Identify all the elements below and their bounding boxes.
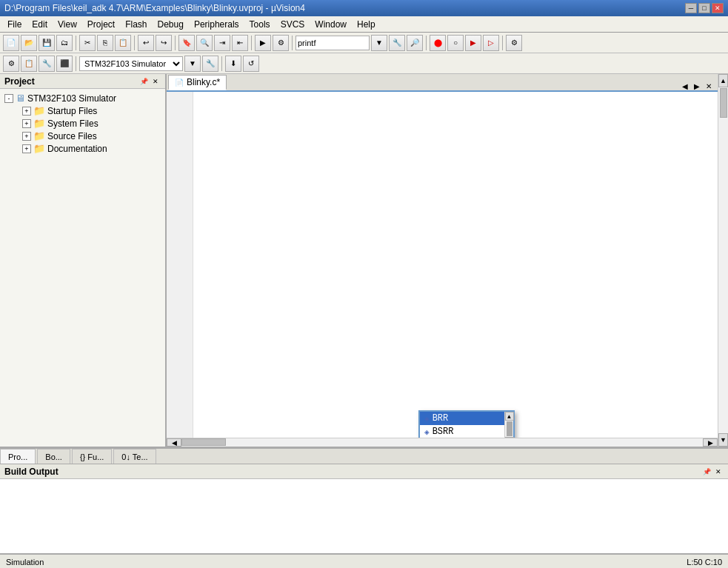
tree-startup-expand[interactable]: + <box>22 107 31 116</box>
tb2-btn1[interactable]: ⚙ <box>3 56 19 72</box>
tree-docs-expand[interactable]: + <box>22 144 31 153</box>
close-button[interactable]: ✕ <box>712 3 724 13</box>
menu-help[interactable]: Help <box>353 18 380 31</box>
menu-svcs[interactable]: SVCS <box>276 18 310 31</box>
menu-flash[interactable]: Flash <box>121 18 151 31</box>
btab-templates[interactable]: 0↓ Te... <box>113 449 156 464</box>
tb2-btn3[interactable]: 🔧 <box>39 56 55 72</box>
hscroll-thumb[interactable] <box>181 438 226 446</box>
redo-button[interactable]: ↪ <box>156 35 172 51</box>
new-file-button[interactable]: 📄 <box>3 35 19 51</box>
tree-source-expand[interactable]: + <box>22 132 31 141</box>
ac-scroll-thumb[interactable] <box>507 421 512 436</box>
download-button[interactable]: ⬇ <box>225 56 241 72</box>
tree-root[interactable]: - 🖥 STM32F103 Simulator <box>3 92 162 104</box>
printf-combo[interactable] <box>295 36 370 50</box>
minimize-button[interactable]: ─ <box>685 3 697 13</box>
hscroll-left[interactable]: ◀ <box>167 438 181 447</box>
project-close-button[interactable]: ✕ <box>150 76 161 87</box>
ac-scroll-down[interactable]: ▼ <box>505 437 514 438</box>
tree-source-label: Source Files <box>47 131 97 141</box>
tree-system-expand[interactable]: + <box>22 119 31 128</box>
find-button[interactable]: 🔍 <box>196 35 213 51</box>
tab-blinky-label: Blinky.c* <box>187 77 220 87</box>
btab-books[interactable]: Bo... <box>37 449 70 464</box>
undo-button[interactable]: ↩ <box>138 35 154 51</box>
open-file-button[interactable]: 📂 <box>21 35 37 51</box>
project-pin-button[interactable]: 📌 <box>138 76 149 87</box>
magic-wand-button[interactable]: 🔧 <box>389 35 405 51</box>
reset-button[interactable]: ↺ <box>243 56 259 72</box>
computer-icon: 🖥 <box>16 93 25 104</box>
menu-project[interactable]: Project <box>83 18 119 31</box>
btab-project[interactable]: Pro... <box>0 449 36 464</box>
tree-startup[interactable]: + 📁 Startup Files <box>21 104 162 117</box>
tree-docs[interactable]: + 📁 Documentation <box>21 142 162 155</box>
tree-root-expand[interactable]: - <box>4 94 13 103</box>
tb2-btn4[interactable]: ⬛ <box>56 56 73 72</box>
build-button[interactable]: ▶ <box>255 35 271 51</box>
maximize-button[interactable]: □ <box>698 3 710 13</box>
tab-scroll-right[interactable]: ▶ <box>692 82 702 90</box>
simulator-combo[interactable]: STM32F103 Simulator <box>79 56 183 71</box>
copy-button[interactable]: ⎘ <box>97 35 113 51</box>
hscroll-right[interactable]: ▶ <box>703 438 718 447</box>
tab-blinky[interactable]: 📄 Blinky.c* <box>168 75 227 90</box>
menu-window[interactable]: Window <box>310 18 351 31</box>
bottom-section: Pro... Bo... {} Fu... 0↓ Te... Build Out… <box>0 447 728 553</box>
simulator-settings-button[interactable]: ▼ <box>184 56 201 72</box>
hscroll-track[interactable] <box>181 438 703 447</box>
menu-file[interactable]: File <box>3 18 26 31</box>
vscroll-thumb[interactable] <box>720 88 727 118</box>
editor-hscroll[interactable]: ◀ ▶ <box>167 438 718 447</box>
build-all-button[interactable]: ⚙ <box>273 35 289 51</box>
bookmark-button[interactable]: 🔖 <box>178 35 195 51</box>
btab-functions[interactable]: {} Fu... <box>72 449 112 464</box>
editor-vscroll[interactable]: ▲ ▼ <box>718 74 728 447</box>
run2-button[interactable]: ▷ <box>483 35 499 51</box>
tree-docs-label: Documentation <box>47 144 107 154</box>
code-content[interactable] <box>193 92 718 438</box>
status-bar: Simulation L:50 C:10 <box>0 553 728 568</box>
project-label: Project <box>4 76 35 87</box>
vscroll-up[interactable]: ▲ <box>718 74 728 87</box>
printf-go-button[interactable]: ▼ <box>371 35 387 51</box>
tree-system[interactable]: + 📁 System Files <box>21 117 162 130</box>
save-all-button[interactable]: 🗂 <box>56 35 73 51</box>
simulator-btn2[interactable]: 🔧 <box>202 56 218 72</box>
tree-root-label: STM32F103 Simulator <box>27 93 116 104</box>
menu-view[interactable]: View <box>53 18 81 31</box>
ac-scroll-up[interactable]: ▲ <box>505 412 514 421</box>
tab-close-editor[interactable]: ✕ <box>704 82 716 90</box>
ac-item-bsrr[interactable]: ◈ BSRR <box>420 425 504 438</box>
toolbar2-sep2 <box>221 56 222 71</box>
tree-source[interactable]: + 📁 Source Files <box>21 130 162 142</box>
indent-button[interactable]: ⇥ <box>214 35 230 51</box>
zoom-button[interactable]: 🔎 <box>407 35 423 51</box>
tab-scroll-left[interactable]: ◀ <box>680 82 690 90</box>
menu-bar: File Edit View Project Flash Debug Perip… <box>0 16 728 33</box>
stop-button[interactable]: ⬤ <box>430 35 446 51</box>
outdent-button[interactable]: ⇤ <box>232 35 248 51</box>
tb2-btn2[interactable]: 📋 <box>21 56 37 72</box>
autocomplete-dropdown[interactable]: ◈ BRR ◈ BSRR ◈ CRH ◈ CRL <box>418 410 515 438</box>
menu-peripherals[interactable]: Peripherals <box>190 18 244 31</box>
autocomplete-scrollbar[interactable]: ▲ ▼ <box>504 412 513 438</box>
ac-item-brr[interactable]: ◈ BRR <box>420 412 504 425</box>
options-button[interactable]: ⚙ <box>506 35 522 51</box>
menu-tools[interactable]: Tools <box>245 18 275 31</box>
vscroll-down[interactable]: ▼ <box>718 433 728 447</box>
menu-debug[interactable]: Debug <box>153 18 188 31</box>
step-button[interactable]: ○ <box>447 35 464 51</box>
toolbar-sep1 <box>76 36 76 50</box>
menu-edit[interactable]: Edit <box>27 18 52 31</box>
vscroll-track[interactable] <box>718 87 728 433</box>
ac-label-bsrr: BSRR <box>433 427 454 437</box>
run-button[interactable]: ▶ <box>465 35 481 51</box>
paste-button[interactable]: 📋 <box>115 35 131 51</box>
build-pin-button[interactable]: 📌 <box>701 467 712 477</box>
cut-button[interactable]: ✂ <box>79 35 96 51</box>
save-button[interactable]: 💾 <box>39 35 55 51</box>
code-editor: ◈ BRR ◈ BSRR ◈ CRH ◈ CRL <box>167 92 718 438</box>
build-close-button[interactable]: ✕ <box>713 467 724 477</box>
